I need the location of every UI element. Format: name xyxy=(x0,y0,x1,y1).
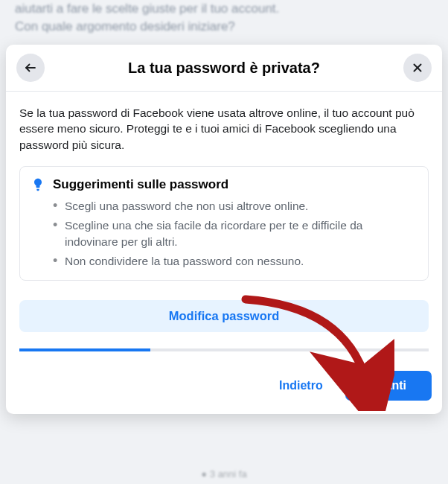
change-password-button[interactable]: Modifica password xyxy=(19,300,429,332)
tips-list: Scegli una password che non usi altrove … xyxy=(31,198,417,270)
modal-description: Se la tua password di Facebook viene usa… xyxy=(19,105,429,153)
modal-header: La tua password è privata? xyxy=(6,45,442,92)
modal-body: Se la tua password di Facebook viene usa… xyxy=(6,92,442,359)
modal-footer: Indietro Avanti xyxy=(6,359,442,414)
bg-line-2: Con quale argomento desideri iniziare? xyxy=(15,19,235,34)
bg-timestamp: 3 anni fa xyxy=(210,468,247,480)
next-button[interactable]: Avanti xyxy=(345,371,432,401)
modal-title: La tua password è privata? xyxy=(45,60,403,77)
progress-filled xyxy=(19,348,150,351)
tip-item: Scegline una che sia facile da ricordare… xyxy=(53,217,417,250)
back-icon-button[interactable] xyxy=(16,54,45,82)
tip-item: Non condividere la tua password con ness… xyxy=(53,253,417,270)
tips-title: Suggerimenti sulle password xyxy=(53,177,228,192)
tips-header: Suggerimenti sulle password xyxy=(31,177,417,192)
arrow-left-icon xyxy=(24,61,37,74)
close-icon-button[interactable] xyxy=(403,54,432,82)
background-text-top: aiutarti a fare le scelte giuste per il … xyxy=(0,0,448,36)
close-icon xyxy=(411,61,424,74)
progress-bar xyxy=(19,348,429,351)
password-tips-box: Suggerimenti sulle password Scegli una p… xyxy=(19,166,429,281)
tip-item: Scegli una password che non usi altrove … xyxy=(53,198,417,214)
background-text-bottom: ● 3 anni fa xyxy=(0,468,448,480)
progress-empty xyxy=(150,348,429,351)
back-button[interactable]: Indietro xyxy=(266,372,336,400)
bg-line-1: aiutarti a fare le scelte giuste per il … xyxy=(15,1,279,16)
privacy-password-modal: La tua password è privata? Se la tua pas… xyxy=(6,45,442,414)
lightbulb-icon xyxy=(31,177,45,192)
